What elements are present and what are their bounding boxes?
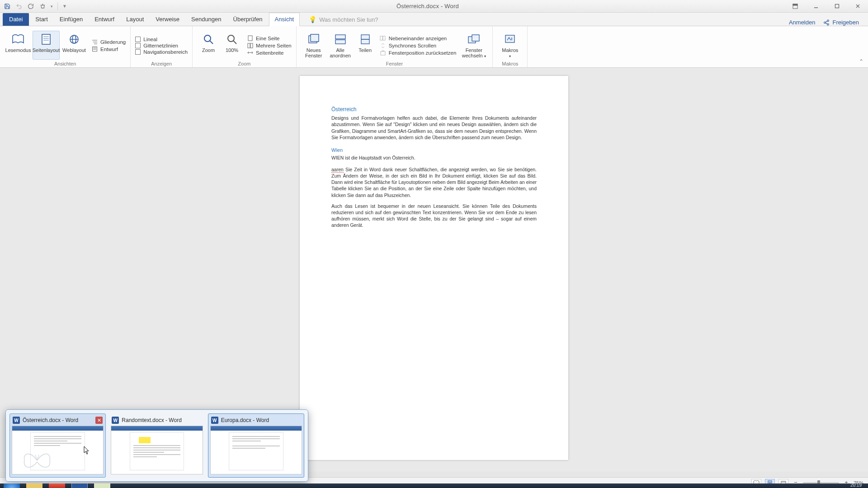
group-label-makros: Makros bbox=[497, 61, 523, 66]
tab-einfuegen[interactable]: Einfügen bbox=[54, 13, 88, 26]
group-label-zoom: Zoom bbox=[197, 61, 292, 66]
qat-customize-icon[interactable]: ▼ bbox=[62, 4, 67, 9]
seitenbreite-label: Seitenbreite bbox=[256, 50, 283, 56]
ribbon-group-zoom: Zoom 100% Eine Seite Mehrere Seiten bbox=[193, 26, 297, 67]
windows-taskbar[interactable]: 20:19 bbox=[0, 483, 868, 488]
tell-me-search[interactable]: 💡 Was möchten Sie tun? bbox=[304, 13, 382, 26]
ribbon-group-ansichten: Lesemodus Seitenlayout Weblayout bbox=[0, 26, 131, 67]
taskbar-clock[interactable]: 20:19 bbox=[850, 483, 862, 488]
seitenbreite-button[interactable]: Seitenbreite bbox=[247, 50, 292, 56]
heading-2: Wien bbox=[331, 147, 537, 154]
ribbon-display-options-icon[interactable] bbox=[785, 0, 806, 13]
taskbar-preview-title: Europa.docx - Word bbox=[221, 417, 269, 423]
one-page-icon bbox=[247, 35, 253, 42]
alle-anordnen-label: Alle anordnen bbox=[328, 47, 353, 58]
gliederung-button[interactable]: Gliederung bbox=[91, 39, 126, 45]
weblayout-button[interactable]: Weblayout bbox=[61, 31, 88, 60]
close-icon[interactable]: ✕ bbox=[95, 417, 103, 424]
taskbar-preview-randomtext[interactable]: W Randomtext.docx - Word ✕ bbox=[108, 413, 205, 478]
svg-rect-29 bbox=[248, 43, 250, 48]
zoom-100-button[interactable]: 100% bbox=[221, 31, 243, 60]
nebeneinander-button: Nebeneinander anzeigen bbox=[380, 35, 457, 42]
teilen-button[interactable]: Teilen bbox=[354, 31, 376, 60]
seitenlayout-label: Seitenlayout bbox=[33, 47, 60, 53]
taskbar-app-icon[interactable] bbox=[49, 483, 65, 488]
share-button[interactable]: Freigeben bbox=[823, 19, 859, 26]
word-icon: W bbox=[211, 417, 218, 424]
repeat-icon[interactable] bbox=[27, 3, 34, 10]
lesemodus-label: Lesemodus bbox=[5, 47, 31, 53]
tab-layout[interactable]: Layout bbox=[121, 13, 149, 26]
tab-ueberpruefen[interactable]: Überprüfen bbox=[228, 13, 268, 26]
svg-rect-33 bbox=[311, 34, 319, 42]
paragraph: Auch das Lesen ist bequemer in der neuen… bbox=[331, 203, 537, 229]
ribbon-group-anzeigen: Lineal Gitternetzlinien Navigationsberei… bbox=[131, 26, 193, 67]
start-button[interactable] bbox=[4, 483, 20, 488]
reset-position-label: Fensterposition zurücksetzen bbox=[389, 50, 457, 56]
alle-anordnen-button[interactable]: Alle anordnen bbox=[327, 31, 354, 60]
tab-start[interactable]: Start bbox=[30, 13, 53, 26]
tab-sendungen[interactable]: Sendungen bbox=[186, 13, 227, 26]
paragraph: Designs und Formatvorlagen helfen auch d… bbox=[331, 115, 537, 141]
checkbox-icon bbox=[135, 43, 141, 48]
touch-mode-icon[interactable] bbox=[39, 3, 46, 10]
taskbar-preview-oesterreich[interactable]: W Österreich.docx - Word ✕ bbox=[9, 413, 106, 478]
qat-more-icon[interactable]: ▾ bbox=[51, 4, 53, 9]
entwurf-button[interactable]: Entwurf bbox=[91, 46, 126, 52]
taskbar-preview-europa[interactable]: W Europa.docx - Word ✕ bbox=[208, 413, 304, 478]
undo-icon[interactable] bbox=[15, 3, 23, 10]
lineal-checkbox[interactable]: Lineal bbox=[135, 37, 188, 42]
entwurf-label: Entwurf bbox=[100, 47, 118, 52]
taskbar-app-icon[interactable] bbox=[94, 483, 110, 488]
word-icon: W bbox=[13, 417, 20, 424]
maximize-button[interactable] bbox=[826, 0, 847, 13]
mehrere-seiten-button[interactable]: Mehrere Seiten bbox=[247, 42, 292, 49]
lesemodus-button[interactable]: Lesemodus bbox=[5, 31, 32, 60]
minimize-button[interactable] bbox=[806, 0, 826, 13]
svg-point-8 bbox=[827, 23, 829, 25]
taskbar-word-icon[interactable] bbox=[71, 483, 88, 488]
svg-point-24 bbox=[204, 35, 211, 42]
zoom-label: Zoom bbox=[202, 47, 215, 53]
svg-rect-38 bbox=[380, 36, 382, 40]
navigation-checkbox[interactable]: Navigationsbereich bbox=[135, 49, 188, 55]
macros-icon bbox=[503, 32, 517, 47]
save-icon[interactable] bbox=[4, 3, 11, 10]
gitternetz-checkbox[interactable]: Gitternetzlinien bbox=[135, 43, 188, 48]
close-button[interactable] bbox=[847, 0, 868, 13]
document-page[interactable]: Österreich Designs und Formatvorlagen he… bbox=[300, 76, 568, 460]
eine-seite-label: Eine Seite bbox=[256, 36, 279, 41]
zoom-button[interactable]: Zoom bbox=[197, 31, 220, 60]
collapse-ribbon-icon[interactable]: ⌃ bbox=[859, 58, 863, 65]
zoom-icon bbox=[201, 32, 216, 47]
share-label: Freigeben bbox=[832, 19, 859, 26]
ribbon: Lesemodus Seitenlayout Weblayout bbox=[0, 26, 868, 68]
seitenlayout-button[interactable]: Seitenlayout bbox=[33, 31, 60, 60]
eine-seite-button[interactable]: Eine Seite bbox=[247, 35, 292, 42]
svg-line-9 bbox=[826, 21, 827, 22]
makros-label: Makros▾ bbox=[502, 47, 518, 59]
sign-in-link[interactable]: Anmelden bbox=[789, 19, 816, 26]
group-label-ansichten: Ansichten bbox=[5, 61, 126, 66]
svg-point-6 bbox=[827, 20, 829, 22]
mehrere-seiten-label: Mehrere Seiten bbox=[256, 43, 292, 48]
chevron-down-icon: ▾ bbox=[484, 54, 486, 58]
nebeneinander-label: Nebeneinander anzeigen bbox=[389, 36, 447, 41]
tab-ansicht[interactable]: Ansicht bbox=[269, 13, 300, 26]
taskbar-explorer-icon[interactable] bbox=[26, 483, 42, 488]
weblayout-label: Weblayout bbox=[62, 47, 86, 53]
tab-right-area: Anmelden Freigeben bbox=[789, 19, 865, 26]
svg-rect-30 bbox=[250, 43, 253, 48]
paragraph-text: Sie Zeit in Word dank neuer Schaltfläche… bbox=[331, 167, 537, 198]
taskbar-preview-thumbnail bbox=[111, 426, 203, 474]
svg-rect-42 bbox=[472, 35, 479, 41]
web-layout-icon bbox=[67, 32, 81, 47]
window-controls bbox=[785, 0, 868, 13]
tab-entwurf[interactable]: Entwurf bbox=[89, 13, 120, 26]
fenster-wechseln-button[interactable]: Fenster wechseln ▾ bbox=[460, 31, 488, 60]
tab-file[interactable]: Datei bbox=[3, 13, 29, 26]
print-layout-icon bbox=[39, 32, 53, 47]
makros-button[interactable]: Makros▾ bbox=[497, 31, 523, 60]
tab-verweise[interactable]: Verweise bbox=[150, 13, 185, 26]
neues-fenster-button[interactable]: Neues Fenster bbox=[301, 31, 326, 60]
